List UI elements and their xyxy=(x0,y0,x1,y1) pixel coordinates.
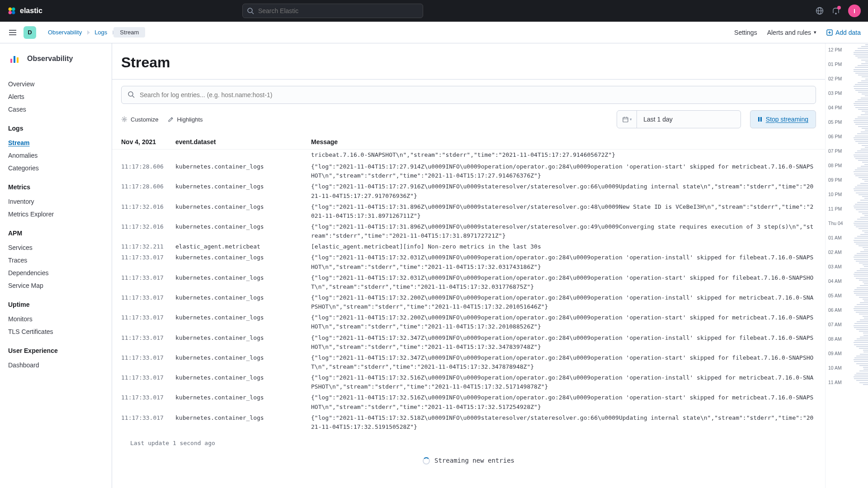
log-timestamp: 11:17:32.016 xyxy=(121,202,175,221)
sidebar-item[interactable]: Overview xyxy=(8,78,104,90)
add-data-link[interactable]: Add data xyxy=(826,29,861,36)
log-row[interactable]: 11:17:33.017kubernetes.container_logs{"l… xyxy=(121,372,816,392)
sidebar-item[interactable]: Categories xyxy=(8,162,104,174)
sidebar-item[interactable]: Dependencies xyxy=(8,267,104,279)
sidebar-item[interactable]: Monitors xyxy=(8,313,104,325)
column-header-dataset[interactable]: event.dataset xyxy=(175,138,311,145)
log-message: {"log":"2021-11-04T15:17:32.031Z\u0009IN… xyxy=(311,273,816,291)
sidebar-item[interactable]: Metrics Explorer xyxy=(8,208,104,221)
header-right: I xyxy=(816,5,861,17)
minimap-bar xyxy=(863,352,868,352)
plus-circle-icon xyxy=(826,29,833,36)
minimap-bar xyxy=(854,221,868,222)
sidebar-header[interactable]: Observability xyxy=(8,52,104,65)
log-dataset: kubernetes.container_logs xyxy=(175,293,311,311)
globe-icon[interactable] xyxy=(816,7,824,15)
column-header-message[interactable]: Message xyxy=(311,138,816,145)
highlight-icon xyxy=(167,116,174,122)
log-row[interactable]: 11:17:33.017kubernetes.container_logs{"l… xyxy=(121,333,816,352)
svg-point-19 xyxy=(128,92,133,96)
minimap-bar xyxy=(859,245,868,246)
minimap-bar xyxy=(856,312,868,313)
log-row[interactable]: 11:17:33.017kubernetes.container_logs{"l… xyxy=(121,312,816,332)
breadcrumb-item[interactable]: Stream xyxy=(113,27,145,38)
minimap-bar xyxy=(862,230,868,231)
highlights-button[interactable]: Highlights xyxy=(167,116,203,123)
log-row[interactable]: 11:17:28.606kubernetes.container_logs{"l… xyxy=(121,161,816,181)
breadcrumb-item[interactable]: Logs xyxy=(88,27,113,38)
log-row[interactable]: 11:17:32.016kubernetes.container_logs{"l… xyxy=(121,221,816,241)
settings-link[interactable]: Settings xyxy=(734,29,757,36)
space-selector[interactable]: D xyxy=(24,26,36,39)
log-row[interactable]: 11:17:33.017kubernetes.container_logs{"l… xyxy=(121,292,816,312)
chevron-down-icon: ▾ xyxy=(630,117,632,122)
nav-group-label[interactable]: Uptime xyxy=(8,301,104,308)
nav-group-label[interactable]: APM xyxy=(8,230,104,237)
minimap-bar xyxy=(860,234,868,235)
minimap-bar xyxy=(854,206,868,206)
log-row[interactable]: 11:17:28.606kubernetes.container_logs{"l… xyxy=(121,181,816,201)
minimap-bar xyxy=(862,196,868,197)
log-row[interactable]: 11:17:32.016kubernetes.container_logs{"l… xyxy=(121,202,816,221)
sidebar-item[interactable]: Anomalies xyxy=(8,149,104,162)
customize-button[interactable]: Customize xyxy=(121,116,158,123)
minimap-bar xyxy=(860,302,868,303)
sidebar-item[interactable]: Alerts xyxy=(8,90,104,103)
calendar-button[interactable]: ▾ xyxy=(617,111,637,128)
minimap-bar xyxy=(858,99,868,100)
nav-toggle-button[interactable] xyxy=(7,27,18,38)
log-row[interactable]: 11:17:33.017kubernetes.container_logs{"l… xyxy=(121,413,816,432)
log-dataset: kubernetes.container_logs xyxy=(175,353,311,371)
nav-group-label[interactable]: User Experience xyxy=(8,347,104,354)
column-header-date[interactable]: Nov 4, 2021 xyxy=(121,138,175,145)
sidebar-item[interactable]: Traces xyxy=(8,254,104,267)
log-timestamp: 11:17:33.017 xyxy=(121,393,175,411)
minimap-tick: 11 AM xyxy=(828,380,842,385)
minimap-bar xyxy=(864,181,868,182)
minimap-bar xyxy=(855,84,868,85)
minimap-bar xyxy=(855,118,868,119)
log-row[interactable]: 11:17:33.017kubernetes.container_logs{"l… xyxy=(121,352,816,372)
minimap-bar xyxy=(863,350,868,351)
user-avatar[interactable]: I xyxy=(848,5,861,17)
log-row[interactable]: 11:17:33.017kubernetes.container_logs{"l… xyxy=(121,272,816,292)
log-row[interactable]: 11:17:32.211elastic_agent.metricbeat[ela… xyxy=(121,241,816,252)
minimap-bar xyxy=(861,60,868,61)
stop-streaming-button[interactable]: Stop streaming xyxy=(750,110,816,128)
minimap-bar xyxy=(857,236,868,237)
log-timestamp: 11:17:28.606 xyxy=(121,182,175,200)
log-minimap[interactable]: 12 PM01 PM02 PM03 PM04 PM05 PM06 PM07 PM… xyxy=(825,43,868,488)
minimap-bar xyxy=(862,111,868,112)
sidebar-item[interactable]: Cases xyxy=(8,103,104,116)
brand-logo[interactable]: elastic xyxy=(7,6,42,15)
minimap-bar xyxy=(857,219,868,220)
minimap-bar xyxy=(864,318,868,319)
sidebar-item[interactable]: TLS Certificates xyxy=(8,325,104,338)
sidebar-item[interactable]: Service Map xyxy=(8,279,104,292)
breadcrumb-item[interactable]: Observability xyxy=(42,27,88,38)
sidebar-item[interactable]: Inventory xyxy=(8,195,104,208)
minimap-bar xyxy=(857,338,868,339)
alerts-rules-dropdown[interactable]: Alerts and rules▾ xyxy=(767,29,816,36)
sidebar-item[interactable]: Dashboard xyxy=(8,359,104,371)
minimap-bar xyxy=(862,76,868,77)
svg-point-21 xyxy=(123,118,125,120)
minimap-bar xyxy=(856,380,868,381)
global-search-input[interactable] xyxy=(242,4,423,18)
nav-group-label[interactable]: Logs xyxy=(8,125,104,132)
sidebar-item[interactable]: Services xyxy=(8,241,104,254)
log-search-input[interactable] xyxy=(121,86,816,104)
minimap-bar xyxy=(858,75,868,75)
log-row[interactable]: 11:17:33.017kubernetes.container_logs{"l… xyxy=(121,392,816,412)
log-table-body[interactable]: tricbeat.7.16.0-SNAPSHOT\n","stream":"st… xyxy=(112,150,825,488)
nav-group-label[interactable]: Metrics xyxy=(8,183,104,191)
date-range-picker[interactable]: ▾ Last 1 day xyxy=(617,110,741,128)
minimap-bar xyxy=(854,207,868,208)
log-row[interactable]: 11:17:33.017kubernetes.container_logs{"l… xyxy=(121,252,816,272)
newsfeed-icon[interactable] xyxy=(832,7,840,15)
minimap-bar xyxy=(864,249,868,250)
sidebar-item[interactable]: Stream xyxy=(8,136,104,149)
minimap-bar xyxy=(854,122,868,123)
minimap-bar xyxy=(860,268,868,269)
svg-rect-27 xyxy=(760,117,762,122)
